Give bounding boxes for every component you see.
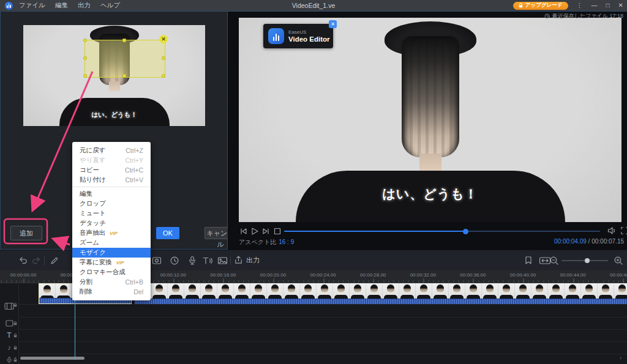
record-track[interactable] (18, 341, 627, 354)
video-preview-stage[interactable]: はい、どうも！ EaseUS Video Editor ✕ (239, 18, 621, 222)
mosaic-selection-box[interactable]: ✕ (84, 40, 165, 78)
mosaic-remove-icon[interactable]: ✕ (159, 35, 168, 43)
freeze-frame-button[interactable] (152, 256, 162, 266)
menu-item-分割[interactable]: 分割Ctrl+B (72, 277, 151, 287)
video-track-icon (4, 302, 14, 310)
clip-thumbnail (399, 283, 416, 299)
menu-edit[interactable]: 編集 (55, 1, 68, 10)
menu-item-ミュート[interactable]: ミュート (72, 209, 151, 218)
menu-item-やり直す[interactable]: やり直すCtrl+Y (72, 155, 151, 165)
upgrade-label: アップグレード (525, 2, 563, 9)
play-button[interactable] (250, 226, 259, 236)
easeus-video-editor-window: ファイル 編集 出力 ヘルプ VideoEdit_1.ve アップグレード ⋮ … (0, 0, 627, 364)
close-button[interactable]: ✕ (618, 0, 623, 11)
overlay-track[interactable] (18, 305, 627, 318)
toolbar-separator (230, 256, 231, 265)
seek-knob[interactable] (463, 229, 468, 234)
timeline-zoom-slider[interactable] (561, 260, 608, 261)
music-track[interactable] (18, 329, 627, 342)
menu-item-編集[interactable]: 編集 (72, 189, 151, 199)
mosaic-handle-se[interactable] (162, 74, 165, 78)
video-track-header[interactable] (0, 295, 18, 316)
upgrade-button[interactable]: アップグレード (513, 2, 568, 10)
menu-item-label: デタッチ (80, 219, 106, 228)
menu-output[interactable]: 出力 (78, 1, 91, 10)
undo-button[interactable] (18, 256, 28, 266)
music-track-header[interactable]: ♪ (0, 341, 18, 354)
lock-icon[interactable] (13, 303, 17, 307)
marker-flag-button[interactable] (524, 256, 533, 266)
text-to-speech-button[interactable] (202, 256, 213, 266)
menu-item-字幕に変換[interactable]: 字幕に変換VIP (72, 258, 151, 267)
maximize-button[interactable]: □ (606, 0, 610, 11)
aspect-ratio[interactable]: アスペクト比16 : 9 (239, 238, 294, 247)
volume-icon[interactable] (607, 226, 617, 235)
video-clip[interactable] (135, 283, 627, 304)
mosaic-handle-e[interactable] (162, 56, 165, 60)
menu-item-ズーム[interactable]: ズーム (72, 238, 151, 248)
clip-thumbnail (581, 283, 598, 299)
menu-help[interactable]: ヘルプ (100, 1, 120, 10)
lock-icon[interactable] (13, 333, 17, 338)
menu-item-label: ズーム (80, 239, 99, 247)
menu-item-音声抽出[interactable]: 音声抽出VIP (72, 228, 151, 238)
mosaic-preview-stage[interactable]: はい、どうも！ ✕ (23, 25, 205, 126)
menu-item-label: モザイク (80, 248, 106, 257)
fullscreen-icon[interactable] (620, 226, 627, 235)
menu-item-コピー[interactable]: コピーCtrl+C (72, 165, 151, 175)
previous-frame-button[interactable] (239, 226, 248, 236)
mosaic-handle-n[interactable] (122, 39, 126, 42)
menu-item-label: コピー (80, 166, 99, 174)
clip-thumbnail (482, 283, 498, 299)
clip-thumbnail (333, 283, 350, 299)
add-mosaic-button[interactable]: 追加 (10, 226, 42, 240)
mosaic-handle-s[interactable] (122, 74, 126, 78)
next-frame-button[interactable] (261, 226, 270, 236)
menu-item-クロップ[interactable]: クロップ (72, 199, 151, 209)
mosaic-handle-sw[interactable] (83, 74, 87, 78)
scroll-right-icon[interactable]: › (620, 355, 621, 361)
clip-thumbnail (267, 283, 283, 299)
menu-item-削除[interactable]: 削除Del (72, 287, 151, 297)
menu-item-クロマキー合成[interactable]: クロマキー合成 (72, 267, 151, 277)
stop-button[interactable] (272, 226, 281, 236)
edit-pencil-button[interactable] (50, 256, 59, 266)
zoom-out-button[interactable] (549, 256, 559, 266)
toolbar-separator (44, 256, 45, 265)
menu-item-デタッチ[interactable]: デタッチ (72, 218, 151, 228)
redo-button[interactable] (31, 256, 41, 266)
vip-badge: VIP (110, 231, 118, 236)
ruler-timestamp: 00:00:00.00 (10, 272, 36, 278)
scroll-left-icon[interactable]: ‹ (15, 355, 17, 361)
watermark-close-icon[interactable]: ✕ (329, 20, 337, 28)
preview-info-row: アスペクト比16 : 9 00:00:04.09 / 00:00:07.15 (228, 238, 627, 247)
clip-thumbnail (598, 283, 614, 299)
speed-clock-button[interactable] (170, 256, 179, 266)
snapshot-button[interactable] (217, 256, 228, 266)
menu-item-label: 音声抽出 (80, 229, 105, 237)
text-track-header[interactable]: T (0, 329, 18, 341)
text-track[interactable] (18, 317, 627, 330)
person-neck (109, 81, 120, 91)
ok-button[interactable]: OK (156, 227, 179, 239)
lock-icon[interactable] (13, 346, 17, 350)
overlay-track-header[interactable] (0, 317, 18, 329)
menu-file[interactable]: ファイル (19, 1, 45, 10)
lock-icon[interactable] (13, 321, 17, 325)
mosaic-handle-w[interactable] (83, 56, 87, 60)
more-options-icon[interactable]: ⋮ (577, 0, 583, 11)
export-button[interactable]: 出力 (234, 255, 260, 265)
ruler-timestamp: 00:00:40.00 (510, 272, 536, 278)
menu-item-モザイク[interactable]: モザイク (72, 248, 151, 258)
menu-item-元に戻す[interactable]: 元に戻すCtrl+Z (72, 146, 151, 155)
minimize-button[interactable]: — (591, 0, 598, 11)
seek-bar[interactable] (284, 231, 600, 232)
zoom-in-button[interactable] (614, 256, 623, 266)
menu-item-貼り付け[interactable]: 貼り付けCtrl+V (72, 175, 151, 185)
record-voiceover-button[interactable] (187, 256, 197, 266)
clip-thumbnail (184, 283, 201, 299)
clip-thumbnail (432, 283, 449, 299)
mosaic-handle-nw[interactable] (83, 39, 87, 42)
menu-item-shortcut: Ctrl+Z (126, 147, 143, 154)
timeline-zoom-knob[interactable] (585, 258, 590, 263)
